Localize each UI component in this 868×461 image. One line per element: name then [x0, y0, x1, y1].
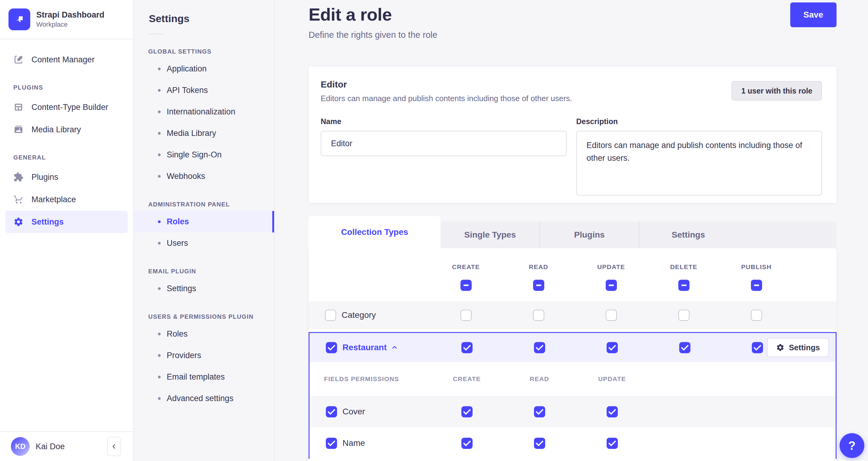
- subnav-item-label: Email templates: [167, 372, 225, 382]
- sidebar-item-marketplace[interactable]: Marketplace: [5, 188, 128, 211]
- table-row-name: Name: [310, 427, 836, 459]
- restaurant-read-checkbox[interactable]: [534, 342, 545, 353]
- sidebar-item-label: Settings: [31, 217, 64, 227]
- name-row-checkbox[interactable]: [326, 438, 337, 449]
- bullet-icon: [158, 132, 161, 135]
- sidebar-item-settings[interactable]: Settings: [5, 211, 128, 233]
- help-button[interactable]: ?: [840, 433, 864, 458]
- layout-icon: [13, 102, 24, 112]
- chevron-up-icon[interactable]: [391, 344, 398, 351]
- subnav-item-admin-users[interactable]: Users: [134, 232, 274, 254]
- subnav-item-media-library[interactable]: Media Library: [134, 123, 274, 144]
- subnav-item-webhooks[interactable]: Webhooks: [134, 166, 274, 187]
- tab-single-types[interactable]: Single Types: [440, 222, 539, 248]
- row-label[interactable]: Category: [342, 310, 376, 320]
- restaurant-publish-checkbox[interactable]: [752, 342, 763, 353]
- app-root: Strapi Dashboard Workplace Content Manag…: [0, 0, 868, 461]
- sidebar-section-general: GENERAL: [13, 154, 128, 161]
- row-label: Cover: [342, 407, 365, 416]
- cover-read-checkbox[interactable]: [534, 406, 545, 417]
- select-all-publish-checkbox[interactable]: [751, 280, 762, 291]
- table-row-category: Category: [309, 301, 837, 329]
- column-label-create: CREATE: [452, 263, 480, 270]
- bullet-icon: [158, 376, 161, 378]
- select-all-delete-checkbox[interactable]: [678, 280, 689, 291]
- users-with-role-button[interactable]: 1 user with this role: [732, 81, 822, 100]
- user-name: Kai Doe: [36, 442, 65, 451]
- sidebar-item-label: Plugins: [31, 173, 58, 182]
- name-create-checkbox[interactable]: [461, 438, 472, 449]
- bullet-icon: [158, 67, 161, 70]
- strapi-logo-icon: [8, 8, 30, 30]
- subnav-item-up-email-templates[interactable]: Email templates: [134, 366, 274, 388]
- select-all-update-checkbox[interactable]: [606, 280, 617, 291]
- category-update-checkbox[interactable]: [606, 310, 617, 321]
- subnav-title: Settings: [134, 13, 274, 25]
- role-details-card: Editor Editors can manage and publish co…: [309, 66, 837, 203]
- subnav-item-up-advanced-settings[interactable]: Advanced settings: [134, 388, 274, 409]
- main-sidebar: Strapi Dashboard Workplace Content Manag…: [0, 0, 134, 461]
- row-label[interactable]: Restaurant: [342, 343, 386, 352]
- subnav-list: Application API Tokens Internationalizat…: [134, 58, 274, 187]
- sidebar-item-label: Marketplace: [31, 195, 76, 204]
- subnav-item-up-roles[interactable]: Roles: [134, 323, 274, 345]
- subnav-item-label: API Tokens: [167, 86, 208, 95]
- settings-subnav: Settings GLOBAL SETTINGS Application API…: [134, 0, 275, 461]
- tab-collection-types[interactable]: Collection Types: [309, 216, 440, 248]
- subnav-item-admin-roles[interactable]: Roles: [134, 211, 274, 232]
- restaurant-expanded-section: Restaurant: [309, 332, 837, 459]
- bullet-icon: [158, 153, 161, 156]
- subnav-item-label: Providers: [167, 351, 201, 360]
- table-row-cover: Cover: [310, 396, 836, 427]
- category-create-checkbox[interactable]: [461, 310, 472, 321]
- restaurant-settings-button[interactable]: Settings: [767, 338, 829, 357]
- restaurant-create-checkbox[interactable]: [461, 342, 472, 353]
- sidebar-nav: Content Manager PLUGINS Content-Type Bui…: [0, 39, 133, 233]
- cover-update-checkbox[interactable]: [607, 406, 618, 417]
- cover-row-checkbox[interactable]: [326, 406, 337, 417]
- permissions-header: CREATE READ UPDATE DELETE PUBLISH: [309, 248, 837, 301]
- sidebar-item-content-manager[interactable]: Content Manager: [5, 49, 128, 71]
- sidebar-item-label: Content Manager: [31, 55, 95, 64]
- category-delete-checkbox[interactable]: [678, 310, 689, 321]
- subnav-item-application[interactable]: Application: [134, 58, 274, 80]
- restaurant-delete-checkbox[interactable]: [679, 342, 690, 353]
- workspace-header[interactable]: Strapi Dashboard Workplace: [0, 0, 133, 39]
- permissions-panel: CREATE READ UPDATE DELETE PUBLISH: [309, 248, 837, 461]
- workspace-text: Strapi Dashboard Workplace: [36, 10, 104, 29]
- chevron-left-icon: [111, 443, 117, 450]
- sidebar-item-media-library[interactable]: Media Library: [5, 118, 128, 141]
- description-textarea[interactable]: Editors can manage and publish contents …: [576, 131, 822, 196]
- bullet-icon: [158, 111, 161, 113]
- subnav-item-single-sign-on[interactable]: Single Sign-On: [134, 144, 274, 166]
- tab-settings[interactable]: Settings: [639, 222, 738, 248]
- name-read-checkbox[interactable]: [534, 438, 545, 449]
- subnav-item-label: Settings: [167, 284, 196, 293]
- cover-create-checkbox[interactable]: [461, 406, 472, 417]
- restaurant-row-checkbox[interactable]: [326, 342, 337, 353]
- select-all-row: [309, 280, 837, 291]
- save-button[interactable]: Save: [790, 2, 837, 27]
- subnav-item-email-settings[interactable]: Settings: [134, 278, 274, 299]
- sidebar-item-label: Content-Type Builder: [31, 103, 108, 112]
- select-all-read-checkbox[interactable]: [533, 280, 544, 291]
- sidebar-item-content-type-builder[interactable]: Content-Type Builder: [5, 96, 128, 118]
- sidebar-item-plugins[interactable]: Plugins: [5, 166, 128, 188]
- subnav-item-label: Webhooks: [167, 172, 205, 181]
- category-row-checkbox[interactable]: [325, 310, 336, 321]
- category-read-checkbox[interactable]: [533, 310, 544, 321]
- subnav-item-api-tokens[interactable]: API Tokens: [134, 80, 274, 101]
- restaurant-update-checkbox[interactable]: [607, 342, 618, 353]
- subnav-item-internationalization[interactable]: Internationalization: [134, 101, 274, 123]
- tab-plugins[interactable]: Plugins: [539, 222, 639, 248]
- category-publish-checkbox[interactable]: [751, 310, 762, 321]
- name-input[interactable]: [321, 131, 567, 156]
- subnav-item-up-providers[interactable]: Providers: [134, 345, 274, 366]
- name-update-checkbox[interactable]: [607, 438, 618, 449]
- pen-icon: [13, 55, 24, 65]
- collapse-sidebar-button[interactable]: [107, 437, 121, 456]
- user-avatar[interactable]: KD: [11, 437, 30, 456]
- column-label-update: UPDATE: [597, 263, 625, 270]
- subnav-section-users-permissions-plugin: USERS & PERMISSIONS PLUGIN: [134, 313, 274, 320]
- select-all-create-checkbox[interactable]: [461, 280, 472, 291]
